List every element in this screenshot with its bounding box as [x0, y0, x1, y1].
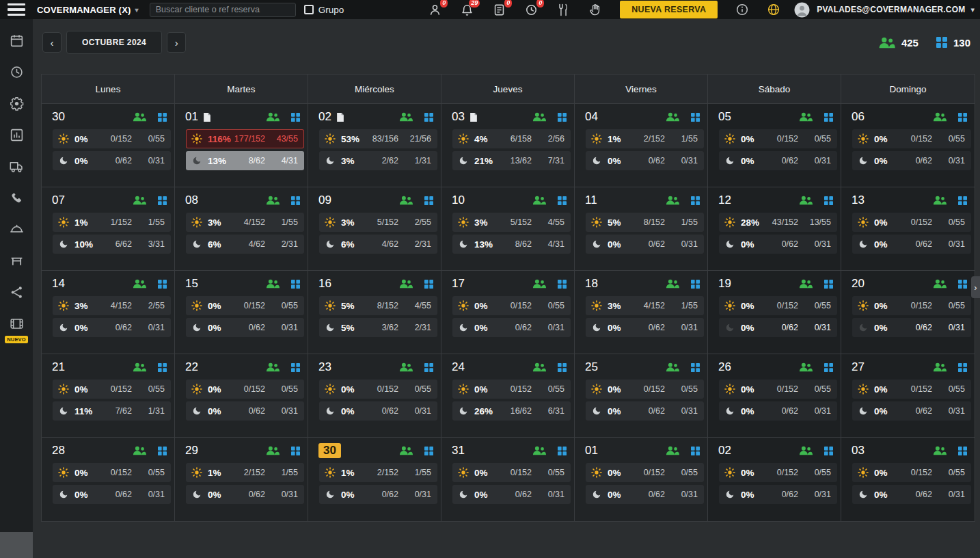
- restaurant-selector[interactable]: COVERMANAGER (X) ▾: [37, 5, 139, 15]
- night-shift-row[interactable]: 0% 0/62 0/31: [586, 401, 704, 421]
- covers-people-icon[interactable]: [132, 112, 146, 122]
- day-shift-row[interactable]: 0% 0/152 0/55: [452, 296, 571, 315]
- tables-grid-icon[interactable]: [158, 196, 167, 205]
- night-shift-row[interactable]: 0% 0/62 0/31: [53, 151, 171, 170]
- calendar-day-cell[interactable]: 21 0% 0/152 0/55 11% 7/62 1/31: [42, 354, 175, 438]
- night-shift-row[interactable]: 0% 0/62 0/31: [719, 485, 837, 504]
- user-avatar[interactable]: [794, 2, 810, 18]
- covers-people-icon[interactable]: [132, 196, 146, 205]
- tables-grid-icon[interactable]: [824, 196, 833, 205]
- night-shift-row[interactable]: 6% 4/62 2/31: [319, 235, 437, 254]
- day-note-icon[interactable]: [336, 113, 344, 122]
- calendar-day-cell[interactable]: 29 1% 2/152 1/55 0% 0/62 0/31: [175, 438, 308, 521]
- pending-clock-icon[interactable]: 0: [524, 3, 538, 16]
- covers-people-icon[interactable]: [798, 446, 813, 455]
- tables-grid-icon[interactable]: [558, 363, 567, 372]
- day-shift-row[interactable]: 0% 0/152 0/55: [319, 380, 437, 399]
- night-shift-row[interactable]: 3% 2/62 1/31: [319, 151, 437, 170]
- calendar-day-cell[interactable]: 22 0% 0/152 0/55 0% 0/62 0/31: [175, 354, 308, 438]
- reservations-list-icon[interactable]: 0: [492, 3, 506, 16]
- calendar-day-cell[interactable]: 01 0% 0/152 0/55 0% 0/62 0/31: [575, 438, 708, 521]
- day-shift-row[interactable]: 0% 0/152 0/55: [186, 296, 304, 315]
- day-shift-row[interactable]: 0% 0/152 0/55: [586, 463, 704, 482]
- tables-grid-icon[interactable]: [291, 363, 300, 372]
- covers-people-icon[interactable]: [265, 112, 280, 122]
- day-shift-row[interactable]: 3% 5/152 2/55: [319, 213, 437, 232]
- day-shift-row[interactable]: 1% 2/152 1/55: [186, 463, 304, 482]
- night-shift-row[interactable]: 11% 7/62 1/31: [53, 401, 171, 421]
- tables-grid-icon[interactable]: [824, 280, 833, 289]
- night-shift-row[interactable]: 0% 0/62 0/31: [719, 235, 837, 254]
- covers-people-icon[interactable]: [932, 362, 947, 372]
- tables-grid-icon[interactable]: [158, 363, 167, 372]
- covers-people-icon[interactable]: [532, 196, 546, 205]
- tables-grid-icon[interactable]: [291, 280, 300, 289]
- tables-grid-icon[interactable]: [958, 280, 967, 289]
- calendar-day-cell[interactable]: 23 0% 0/152 0/55 0% 0/62 0/31: [308, 354, 441, 438]
- day-shift-row[interactable]: 5% 8/152 4/55: [319, 296, 437, 315]
- calendar-day-cell[interactable]: 14 3% 4/152 2/55 0% 0/62 0/31: [42, 271, 175, 354]
- covers-people-icon[interactable]: [798, 196, 813, 205]
- tables-grid-icon[interactable]: [558, 196, 567, 205]
- covers-people-icon[interactable]: [532, 446, 546, 455]
- day-shift-row[interactable]: 0% 0/152 0/55: [852, 296, 971, 315]
- calendar-day-cell[interactable]: 20 0% 0/152 0/55 0% 0/62 0/31: [841, 271, 975, 354]
- day-shift-row[interactable]: 0% 0/152 0/55: [852, 463, 971, 482]
- night-shift-row[interactable]: 0% 0/62 0/31: [586, 485, 704, 504]
- tables-grid-icon[interactable]: [424, 113, 433, 122]
- sidebar-item-settings[interactable]: [0, 89, 33, 120]
- covers-people-icon[interactable]: [665, 279, 679, 289]
- tables-grid-icon[interactable]: [291, 113, 300, 122]
- night-shift-row[interactable]: 0% 0/62 0/31: [186, 401, 304, 421]
- calendar-day-cell[interactable]: 27 0% 0/152 0/55 0% 0/62 0/31: [841, 354, 975, 438]
- prev-month-button[interactable]: ‹: [42, 32, 62, 53]
- covers-people-icon[interactable]: [932, 196, 947, 205]
- sidebar-item-new-feature[interactable]: NUEVO: [0, 309, 33, 350]
- day-shift-row[interactable]: 0% 0/152 0/55: [719, 296, 837, 315]
- covers-people-icon[interactable]: [132, 446, 146, 455]
- night-shift-row[interactable]: 0% 0/62 0/31: [719, 318, 837, 337]
- calendar-day-cell[interactable]: 06 0% 0/152 0/55 0% 0/62 0/31: [841, 104, 975, 187]
- tables-grid-icon[interactable]: [424, 196, 433, 205]
- covers-people-icon[interactable]: [798, 362, 813, 372]
- night-shift-row[interactable]: 0% 0/62 0/31: [586, 151, 704, 170]
- night-shift-row[interactable]: 0% 0/62 0/31: [852, 151, 971, 170]
- night-shift-row[interactable]: 0% 0/62 0/31: [852, 235, 971, 254]
- calendar-day-cell[interactable]: 24 0% 0/152 0/55 26% 16/62 6/31: [441, 354, 575, 438]
- tables-grid-icon[interactable]: [691, 113, 700, 122]
- covers-people-icon[interactable]: [398, 279, 413, 289]
- covers-people-icon[interactable]: [265, 279, 280, 289]
- tables-grid-icon[interactable]: [691, 196, 700, 205]
- calendar-day-cell[interactable]: 17 0% 0/152 0/55 0% 0/62 0/31: [441, 271, 575, 354]
- tables-grid-icon[interactable]: [958, 113, 967, 122]
- user-email[interactable]: PVALADES@COVERMANAGER.COM: [817, 5, 965, 14]
- night-shift-row[interactable]: 5% 3/62 2/31: [319, 318, 437, 337]
- night-shift-row[interactable]: 0% 0/62 0/31: [719, 401, 837, 421]
- tables-grid-icon[interactable]: [158, 447, 167, 455]
- covers-people-icon[interactable]: [665, 446, 679, 455]
- calendar-day-cell[interactable]: 31 0% 0/152 0/55 0% 0/62 0/31: [441, 438, 575, 521]
- tables-grid-icon[interactable]: [958, 447, 967, 455]
- covers-people-icon[interactable]: [932, 446, 947, 455]
- covers-people-icon[interactable]: [798, 112, 813, 122]
- covers-people-icon[interactable]: [132, 362, 146, 372]
- night-shift-row[interactable]: 0% 0/62 0/31: [852, 401, 971, 421]
- next-month-button[interactable]: ›: [167, 32, 186, 53]
- tables-grid-icon[interactable]: [291, 447, 300, 455]
- tables-grid-icon[interactable]: [158, 113, 167, 122]
- covers-people-icon[interactable]: [265, 446, 280, 455]
- covers-people-icon[interactable]: [265, 362, 280, 372]
- calendar-day-cell[interactable]: 07 1% 1/152 1/55 10% 6/62 3/31: [42, 187, 175, 271]
- night-shift-row[interactable]: 13% 8/62 4/31: [452, 235, 571, 254]
- tables-grid-icon[interactable]: [291, 196, 300, 205]
- night-shift-row[interactable]: 0% 0/62 0/31: [319, 401, 437, 421]
- sidebar-item-service[interactable]: [0, 215, 33, 246]
- covers-people-icon[interactable]: [532, 112, 546, 122]
- restaurant-icon[interactable]: [556, 3, 570, 16]
- calendar-day-cell[interactable]: 16 5% 8/152 4/55 5% 3/62 2/31: [308, 271, 441, 354]
- day-shift-row[interactable]: 3% 4/152 1/55: [586, 296, 704, 315]
- service-hand-icon[interactable]: [588, 3, 602, 16]
- info-icon[interactable]: [735, 3, 749, 16]
- covers-people-icon[interactable]: [932, 112, 947, 122]
- calendar-day-cell[interactable]: 02 0% 0/152 0/55 0% 0/62 0/31: [708, 438, 841, 521]
